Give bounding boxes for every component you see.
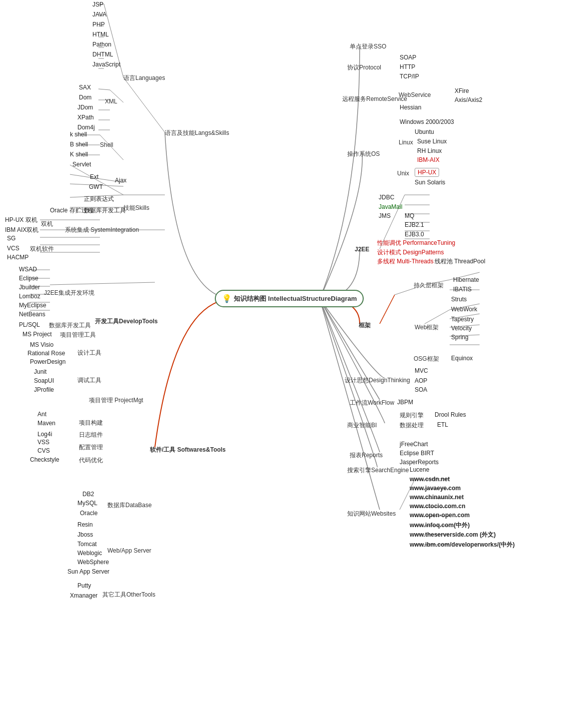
log-label: 日志组件 [79, 431, 103, 439]
vcs-node: VCS [7, 245, 19, 252]
design-thinking-label: 设计思想DesignThinking [345, 376, 410, 385]
ctocio-node: www.ctocio.com.cn [410, 503, 466, 510]
sax-node: SAX [79, 84, 91, 91]
pathon-node: Pathon [92, 41, 111, 48]
linux-label: Linux [399, 139, 413, 146]
j2ee-ide-label: J2EE集成开发环境 [44, 289, 94, 297]
kshell-node: k shell [70, 131, 87, 138]
xfire-node: XFire [455, 87, 469, 94]
svg-line-10 [98, 89, 110, 90]
spring-node: Spring [451, 334, 469, 341]
php-node: PHP [92, 21, 105, 28]
soap-node: SOAP [400, 54, 416, 61]
rules-engine-label: 规则引擎 [400, 411, 424, 420]
db2-node: DB2 [82, 491, 94, 498]
msvisio-node: MS Visio [30, 341, 53, 348]
multi-threads-node: 多线程 Multi-Threads [377, 257, 434, 266]
http-node: HTTP [400, 63, 415, 70]
lomboz-node: Lomboz [19, 293, 40, 300]
ext-node: Ext [90, 173, 98, 180]
code-optimize-label: 代码优化 [79, 456, 103, 465]
ajax-node: Ajax [115, 177, 126, 184]
hibernate-node: Hibernate [453, 276, 479, 283]
velocity-node: Velocity [451, 325, 472, 332]
serverside-node: www.theserverside.com (外文) [410, 531, 496, 539]
dual-machine: 双机 [41, 220, 53, 228]
jasper-node: JasperReports [400, 459, 439, 466]
jsp-node: JSP [92, 1, 103, 8]
oracle-db-node: Oracle [80, 510, 97, 517]
junit-node: Junit [34, 368, 46, 375]
hessian-node: Hessian [400, 104, 421, 111]
persistent-layer-label: 持久层框架 [414, 281, 444, 290]
csdn-node: www.csdn.net [410, 476, 450, 483]
ibmaix-node: IBM-AIX [417, 156, 440, 163]
axis-node: Axis/Axis2 [455, 96, 482, 103]
project-mgmt-tools-label: 项目管理工具 [60, 331, 96, 339]
db-dev-tools-label: 数据库开发工具 [49, 321, 91, 330]
netbeans-node: NetBeans [19, 311, 45, 318]
develop-tools-label: 开发工具DevelopTools [95, 317, 158, 326]
bulb-icon: 💡 [222, 294, 232, 303]
search-engine-label: 搜索引擎SearchEngine [347, 466, 409, 475]
config-mgmt-label: 配置管理 [79, 443, 103, 452]
jdom-node: JDom [77, 104, 93, 111]
ubuntu-node: Ubuntu [415, 128, 434, 135]
putty-node: Putty [77, 582, 91, 589]
data-processing-label: 数据处理 [400, 421, 424, 430]
plsql-node: PL/SQL [19, 321, 40, 328]
design-patterns-node: 设计模式 DesignPatterns [377, 248, 444, 257]
soapui-node: SoapUI [34, 377, 54, 384]
svg-line-0 [123, 77, 165, 132]
webservice-label: WebService [399, 91, 431, 98]
langs-skills-label: 语言及技能Langs&Skills [165, 129, 229, 137]
ant-node: Ant [37, 411, 46, 418]
jdbc-node: JDBC [379, 194, 394, 201]
cvs-node: CVS [37, 447, 50, 454]
software-tools-label: 软件/工具 Softwares&Tools [150, 446, 226, 454]
soa-node: SOA [415, 386, 427, 393]
svg-line-50 [425, 310, 450, 324]
html-node: HTML [92, 31, 109, 38]
openopen-node: www.open-open.com [410, 512, 470, 519]
checkstyle-node: Checkstyle [30, 456, 59, 463]
bi-label: 商业智能BI [347, 421, 377, 430]
birt-node: Eclipse BIRT [400, 450, 434, 457]
websphere-node: WebSphere [77, 559, 109, 566]
dom4j-node: Dom4j [77, 124, 95, 131]
java-node: JAVA [92, 11, 106, 18]
javascript-node: JavaScript [92, 61, 120, 68]
weblogic-node: Weblogic [77, 550, 102, 557]
powerdesign-node: PowerDesign [30, 358, 65, 365]
rationalrose-node: Rational Rose [27, 350, 65, 357]
javaeye-node: www.javaeye.com [410, 485, 461, 492]
center-label: 知识结构图 IntellectualStructureDiagram [234, 294, 357, 303]
dhtml-node: DHTML [92, 51, 113, 58]
xpath-node: XPath [77, 114, 94, 121]
sunsolaris-node: Sun Solaris [415, 179, 445, 186]
j2ee-label: J2EE [355, 246, 369, 253]
protocol-label: 协议Protocol [347, 63, 381, 72]
other-tools-label: 其它工具OtherTools [102, 591, 155, 599]
tapestry-node: Tapestry [451, 316, 474, 323]
skills-label: 技能Skills [123, 204, 149, 212]
os-label: 操作系统OS [347, 150, 380, 158]
thread-pool-node: 线程池 ThreadPool [435, 257, 485, 266]
mind-map: 💡 知识结构图 IntellectualStructureDiagram 语言及… [0, 0, 588, 703]
javamail-node: JavaMail [379, 203, 402, 210]
resin-node: Resin [77, 521, 93, 528]
etl-node: ETL [437, 421, 448, 428]
aop-node: AOP [415, 377, 427, 384]
mvc-node: MVC [415, 367, 428, 374]
xml-label: XML [105, 98, 117, 105]
msproject-node: MS Project [22, 331, 52, 338]
bshell-node: B shell [70, 141, 88, 148]
remote-service-label: 远程服务RemoteService [342, 95, 407, 103]
db-tools-section: 数据库开发工具 [84, 206, 126, 215]
Kshell-node: K shell [70, 151, 88, 158]
rhlinux-node: RH Linux [417, 147, 442, 154]
infoq-node: www.infoq.com(中外) [410, 521, 470, 530]
hpux-dual-node: HP-UX 双机 [5, 216, 37, 224]
reports-label: 报表Reports [350, 451, 383, 460]
jbpm-node: JBPM [397, 399, 413, 406]
